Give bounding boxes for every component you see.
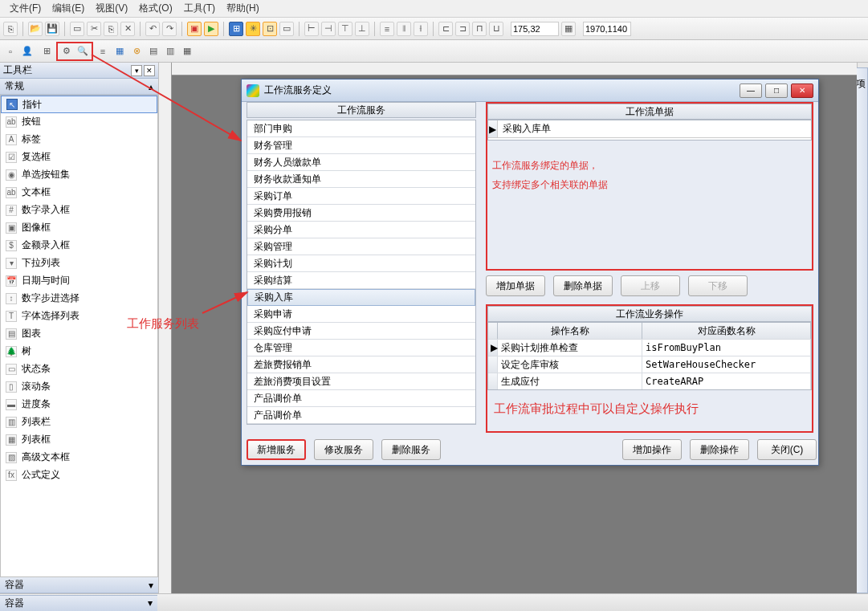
grid2-icon[interactable]: ✳ (246, 22, 260, 36)
new-icon[interactable]: ⎘ (3, 22, 18, 36)
close-dialog-button[interactable]: 关闭(C) (757, 439, 817, 460)
size1-icon[interactable]: ⊏ (438, 22, 453, 36)
menu-format[interactable]: 格式(O) (139, 2, 172, 15)
dist1-icon[interactable]: ≡ (380, 22, 394, 36)
tool-item[interactable]: ▯滚动条 (1, 378, 157, 396)
t2-set-icon[interactable]: ⚙ (59, 44, 74, 59)
service-item[interactable]: 仓库管理 (247, 340, 475, 356)
toolbox-pin-icon[interactable]: ▾ (131, 65, 142, 76)
grid1-icon[interactable]: ⊞ (229, 22, 243, 36)
redo-icon[interactable]: ↷ (162, 22, 177, 36)
service-item[interactable]: 采购分单 (247, 222, 475, 238)
new-service-button[interactable]: 新增服务 (247, 439, 306, 460)
tool-icon[interactable]: ▭ (70, 22, 84, 36)
coord2-input[interactable] (583, 22, 631, 36)
service-item[interactable]: 采购申请 (247, 306, 475, 323)
t2-icon2[interactable]: 👤 (20, 44, 35, 59)
bills-list[interactable]: ▶ 采购入库单 (487, 120, 812, 141)
t2-icon4[interactable]: ≡ (96, 44, 110, 59)
add-op-button[interactable]: 增加操作 (622, 439, 682, 460)
dist3-icon[interactable]: ⫲ (414, 22, 428, 36)
tool-item[interactable]: ab文本框 (1, 184, 157, 202)
tool-item[interactable]: A标签 (1, 131, 157, 149)
service-item[interactable]: 财务人员缴款单 (247, 154, 475, 171)
t2-icon5[interactable]: ▦ (112, 44, 127, 59)
service-item[interactable]: 采购入库 (247, 289, 475, 306)
tool-item[interactable]: ▦列表框 (1, 431, 157, 449)
toolbox-category[interactable]: 常规 (5, 79, 24, 93)
move-up-button[interactable]: 上移 (621, 275, 680, 296)
service-item[interactable]: 采购订单 (247, 188, 475, 205)
t2-icon9[interactable]: ▦ (180, 44, 194, 59)
toolbox-footer-category[interactable]: 容器 (5, 578, 24, 592)
open-icon[interactable]: 📂 (28, 22, 43, 36)
service-item[interactable]: 产品调价单 (247, 407, 475, 424)
tool-item[interactable]: fx公式定义 (1, 466, 157, 484)
ops-row[interactable]: ▶采购计划推单检查isFromBuyPlan (488, 339, 811, 356)
size2-icon[interactable]: ⊐ (455, 22, 470, 36)
dist2-icon[interactable]: ⫴ (397, 22, 411, 36)
service-item[interactable]: 财务管理 (247, 137, 475, 154)
tool-item[interactable]: #数字录入框 (1, 202, 157, 219)
undo-icon[interactable]: ↶ (145, 22, 160, 36)
align-left-icon[interactable]: ⊢ (304, 22, 319, 36)
service-item[interactable]: 采购费用报销 (247, 205, 475, 222)
service-item[interactable]: 差旅费报销单 (247, 356, 475, 373)
align-center-icon[interactable]: ⊣ (321, 22, 336, 36)
minimize-button[interactable]: — (740, 84, 762, 98)
ops-row[interactable]: 设定仓库审核SetWareHouseChecker (488, 356, 811, 373)
add-bill-button[interactable]: 增加单据 (486, 275, 545, 296)
align1-icon[interactable]: ▭ (279, 22, 294, 36)
service-item[interactable]: 采购管理 (247, 238, 475, 255)
tool-item[interactable]: ▾下拉列表 (1, 255, 157, 272)
toolbox-collapse-icon[interactable]: ▴ (149, 81, 153, 92)
delete-service-button[interactable]: 删除服务 (381, 439, 441, 460)
tool-item[interactable]: ▥列表栏 (1, 413, 157, 431)
save-icon[interactable]: 💾 (45, 22, 59, 36)
service-item[interactable]: 差旅消费项目设置 (247, 373, 475, 390)
toolbox-close-icon[interactable]: ✕ (144, 65, 155, 76)
tool-item[interactable]: ab按钮 (1, 113, 157, 131)
delete-op-button[interactable]: 删除操作 (690, 439, 749, 460)
service-item[interactable]: 采购计划 (247, 255, 475, 272)
service-item[interactable]: 采购应付申请 (247, 323, 475, 340)
size3-icon[interactable]: ⊓ (472, 22, 487, 36)
coord1-input[interactable] (511, 22, 559, 36)
copy-icon[interactable]: ⎘ (104, 22, 118, 36)
align-right-icon[interactable]: ⊤ (338, 22, 352, 36)
tool-item[interactable]: ↕数字步进选择 (1, 290, 157, 308)
service-item[interactable]: 部门申购 (247, 120, 475, 137)
size4-icon[interactable]: ⊔ (489, 22, 503, 36)
mode1-icon[interactable]: ▣ (187, 22, 202, 36)
tool-item[interactable]: ▧高级文本框 (1, 449, 157, 466)
align-top-icon[interactable]: ⊥ (355, 22, 369, 36)
t2-icon7[interactable]: ▤ (146, 44, 161, 59)
t2-icon6[interactable]: ⊗ (129, 44, 144, 59)
cut-icon[interactable]: ✂ (87, 22, 101, 36)
tool-item[interactable]: 🌲树 (1, 343, 157, 360)
maximize-button[interactable]: □ (765, 84, 788, 98)
tool-item[interactable]: ◉单选按钮集 (1, 166, 157, 184)
t2-icon1[interactable]: ▫ (3, 44, 18, 59)
menu-edit[interactable]: 编辑(E) (52, 2, 84, 15)
tool-item[interactable]: ▭状态条 (1, 360, 157, 378)
t2-icon8[interactable]: ▥ (163, 44, 177, 59)
mode2-icon[interactable]: ▶ (204, 22, 218, 36)
ops-table[interactable]: 操作名称 对应函数名称 ▶采购计划推单检查isFromBuyPlan设定仓库审核… (487, 322, 812, 390)
grid3-icon[interactable]: ⊡ (263, 22, 277, 36)
move-down-button[interactable]: 下移 (688, 275, 748, 296)
menu-help[interactable]: 帮助(H) (226, 2, 259, 15)
t2-zoom-icon[interactable]: 🔍 (75, 44, 90, 59)
service-item[interactable]: 财务收款通知单 (247, 171, 475, 188)
close-button[interactable]: ✕ (791, 84, 813, 98)
tool-item[interactable]: ▬进度条 (1, 396, 157, 413)
service-item[interactable]: 采购结算 (247, 272, 475, 289)
dialog-titlebar[interactable]: 工作流服务定义 — □ ✕ (242, 79, 818, 102)
tool-item[interactable]: ↖指针 (1, 96, 157, 113)
ops-row[interactable]: 生成应付CreateARAP (488, 373, 811, 389)
menu-tool[interactable]: 工具(T) (184, 2, 215, 15)
service-list[interactable]: 部门申购财务管理财务人员缴款单财务收款通知单采购订单采购费用报销采购分单采购管理… (247, 120, 476, 425)
delete-icon[interactable]: ✕ (120, 22, 135, 36)
modify-service-button[interactable]: 修改服务 (314, 439, 373, 460)
tool-item[interactable]: ☑复选框 (1, 149, 157, 166)
